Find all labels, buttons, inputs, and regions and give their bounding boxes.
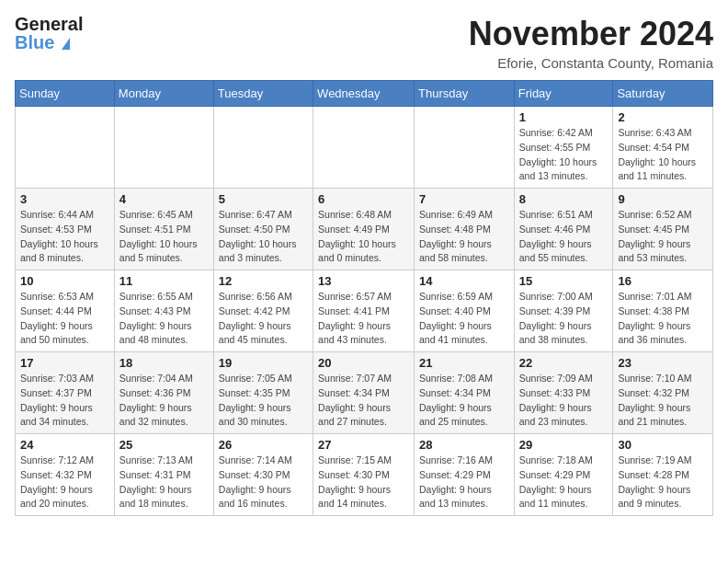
day-info: Sunrise: 6:59 AM Sunset: 4:40 PM Dayligh… [419, 290, 509, 348]
day-info: Sunrise: 6:45 AM Sunset: 4:51 PM Dayligh… [119, 208, 209, 266]
day-info: Sunrise: 7:12 AM Sunset: 4:32 PM Dayligh… [20, 454, 109, 511]
day-number: 24 [20, 438, 109, 452]
table-row: 5Sunrise: 6:47 AM Sunset: 4:50 PM Daylig… [213, 189, 313, 270]
table-row: 4Sunrise: 6:45 AM Sunset: 4:51 PM Daylig… [114, 189, 213, 270]
header-saturday: Saturday [613, 81, 713, 107]
header-wednesday: Wednesday [313, 81, 415, 107]
day-number: 12 [219, 274, 308, 288]
table-row: 14Sunrise: 6:59 AM Sunset: 4:40 PM Dayli… [415, 270, 515, 352]
day-info: Sunrise: 7:08 AM Sunset: 4:34 PM Dayligh… [419, 372, 509, 430]
table-row: 16Sunrise: 7:01 AM Sunset: 4:38 PM Dayli… [613, 270, 713, 352]
month-title: November 2024 [469, 15, 713, 53]
table-row: 2Sunrise: 6:43 AM Sunset: 4:54 PM Daylig… [613, 107, 713, 189]
calendar-week-row: 24Sunrise: 7:12 AM Sunset: 4:32 PM Dayli… [16, 434, 713, 516]
day-info: Sunrise: 7:01 AM Sunset: 4:38 PM Dayligh… [618, 290, 708, 348]
table-row: 18Sunrise: 7:04 AM Sunset: 4:36 PM Dayli… [114, 352, 213, 434]
table-row: 19Sunrise: 7:05 AM Sunset: 4:35 PM Dayli… [213, 352, 313, 434]
day-info: Sunrise: 6:49 AM Sunset: 4:48 PM Dayligh… [419, 208, 509, 266]
day-info: Sunrise: 6:53 AM Sunset: 4:44 PM Dayligh… [20, 290, 109, 348]
day-info: Sunrise: 7:16 AM Sunset: 4:29 PM Dayligh… [419, 454, 509, 511]
day-info: Sunrise: 6:44 AM Sunset: 4:53 PM Dayligh… [20, 208, 109, 266]
calendar-header-row: Sunday Monday Tuesday Wednesday Thursday… [16, 81, 713, 107]
day-info: Sunrise: 6:55 AM Sunset: 4:43 PM Dayligh… [119, 290, 209, 348]
day-info: Sunrise: 7:18 AM Sunset: 4:29 PM Dayligh… [519, 454, 609, 511]
day-info: Sunrise: 7:14 AM Sunset: 4:30 PM Dayligh… [219, 454, 308, 511]
day-number: 15 [519, 274, 609, 288]
table-row: 10Sunrise: 6:53 AM Sunset: 4:44 PM Dayli… [16, 270, 115, 352]
header-friday: Friday [514, 81, 613, 107]
table-row: 3Sunrise: 6:44 AM Sunset: 4:53 PM Daylig… [16, 189, 115, 270]
day-number: 30 [618, 438, 708, 452]
calendar-week-row: 3Sunrise: 6:44 AM Sunset: 4:53 PM Daylig… [16, 189, 713, 270]
day-info: Sunrise: 6:57 AM Sunset: 4:41 PM Dayligh… [318, 290, 409, 348]
calendar-week-row: 1Sunrise: 6:42 AM Sunset: 4:55 PM Daylig… [16, 107, 713, 189]
header-tuesday: Tuesday [213, 81, 313, 107]
day-info: Sunrise: 6:48 AM Sunset: 4:49 PM Dayligh… [318, 208, 409, 266]
day-info: Sunrise: 6:51 AM Sunset: 4:46 PM Dayligh… [519, 208, 609, 266]
table-row: 28Sunrise: 7:16 AM Sunset: 4:29 PM Dayli… [415, 434, 515, 516]
day-number: 4 [119, 192, 209, 206]
day-number: 26 [219, 438, 308, 452]
day-info: Sunrise: 7:09 AM Sunset: 4:33 PM Dayligh… [519, 372, 609, 430]
day-info: Sunrise: 7:19 AM Sunset: 4:28 PM Dayligh… [618, 454, 708, 511]
calendar-week-row: 10Sunrise: 6:53 AM Sunset: 4:44 PM Dayli… [16, 270, 713, 352]
day-number: 28 [419, 438, 509, 452]
table-row: 29Sunrise: 7:18 AM Sunset: 4:29 PM Dayli… [514, 434, 613, 516]
day-info: Sunrise: 7:05 AM Sunset: 4:35 PM Dayligh… [219, 372, 308, 430]
day-number: 21 [419, 356, 509, 370]
day-number: 27 [318, 438, 409, 452]
table-row: 25Sunrise: 7:13 AM Sunset: 4:31 PM Dayli… [114, 434, 213, 516]
table-row: 8Sunrise: 6:51 AM Sunset: 4:46 PM Daylig… [514, 189, 613, 270]
day-number: 10 [20, 274, 109, 288]
table-row: 12Sunrise: 6:56 AM Sunset: 4:42 PM Dayli… [213, 270, 313, 352]
table-row: 20Sunrise: 7:07 AM Sunset: 4:34 PM Dayli… [313, 352, 415, 434]
table-row [16, 107, 115, 189]
day-number: 1 [519, 110, 609, 124]
day-number: 9 [618, 192, 708, 206]
table-row: 6Sunrise: 6:48 AM Sunset: 4:49 PM Daylig… [313, 189, 415, 270]
table-row: 1Sunrise: 6:42 AM Sunset: 4:55 PM Daylig… [514, 107, 613, 189]
day-info: Sunrise: 6:47 AM Sunset: 4:50 PM Dayligh… [219, 208, 308, 266]
table-row [213, 107, 313, 189]
table-row: 11Sunrise: 6:55 AM Sunset: 4:43 PM Dayli… [114, 270, 213, 352]
table-row: 17Sunrise: 7:03 AM Sunset: 4:37 PM Dayli… [16, 352, 115, 434]
calendar-week-row: 17Sunrise: 7:03 AM Sunset: 4:37 PM Dayli… [16, 352, 713, 434]
table-row: 30Sunrise: 7:19 AM Sunset: 4:28 PM Dayli… [613, 434, 713, 516]
day-number: 17 [20, 356, 109, 370]
day-number: 29 [519, 438, 609, 452]
table-row [313, 107, 415, 189]
day-number: 14 [419, 274, 509, 288]
table-row: 23Sunrise: 7:10 AM Sunset: 4:32 PM Dayli… [613, 352, 713, 434]
day-number: 6 [318, 192, 409, 206]
day-number: 11 [119, 274, 209, 288]
day-number: 25 [119, 438, 209, 452]
table-row: 15Sunrise: 7:00 AM Sunset: 4:39 PM Dayli… [514, 270, 613, 352]
day-number: 13 [318, 274, 409, 288]
table-row: 13Sunrise: 6:57 AM Sunset: 4:41 PM Dayli… [313, 270, 415, 352]
day-number: 2 [618, 110, 708, 124]
header-thursday: Thursday [415, 81, 515, 107]
day-number: 23 [618, 356, 708, 370]
day-number: 16 [618, 274, 708, 288]
day-number: 7 [419, 192, 509, 206]
day-info: Sunrise: 6:56 AM Sunset: 4:42 PM Dayligh… [219, 290, 308, 348]
day-number: 5 [219, 192, 308, 206]
logo-blue-text: Blue [15, 33, 83, 52]
day-info: Sunrise: 6:43 AM Sunset: 4:54 PM Dayligh… [618, 126, 708, 184]
table-row: 9Sunrise: 6:52 AM Sunset: 4:45 PM Daylig… [613, 189, 713, 270]
day-info: Sunrise: 7:04 AM Sunset: 4:36 PM Dayligh… [119, 372, 209, 430]
day-number: 20 [318, 356, 409, 370]
table-row: 21Sunrise: 7:08 AM Sunset: 4:34 PM Dayli… [415, 352, 515, 434]
table-row: 24Sunrise: 7:12 AM Sunset: 4:32 PM Dayli… [16, 434, 115, 516]
logo-triangle-icon [62, 38, 70, 50]
day-info: Sunrise: 7:07 AM Sunset: 4:34 PM Dayligh… [318, 372, 409, 430]
day-info: Sunrise: 7:00 AM Sunset: 4:39 PM Dayligh… [519, 290, 609, 348]
calendar-table: Sunday Monday Tuesday Wednesday Thursday… [15, 80, 713, 516]
table-row [415, 107, 515, 189]
header-sunday: Sunday [16, 81, 115, 107]
logo-general-text: General [15, 15, 83, 33]
logo: General Blue [15, 15, 83, 52]
day-number: 19 [219, 356, 308, 370]
table-row: 22Sunrise: 7:09 AM Sunset: 4:33 PM Dayli… [514, 352, 613, 434]
table-row [114, 107, 213, 189]
